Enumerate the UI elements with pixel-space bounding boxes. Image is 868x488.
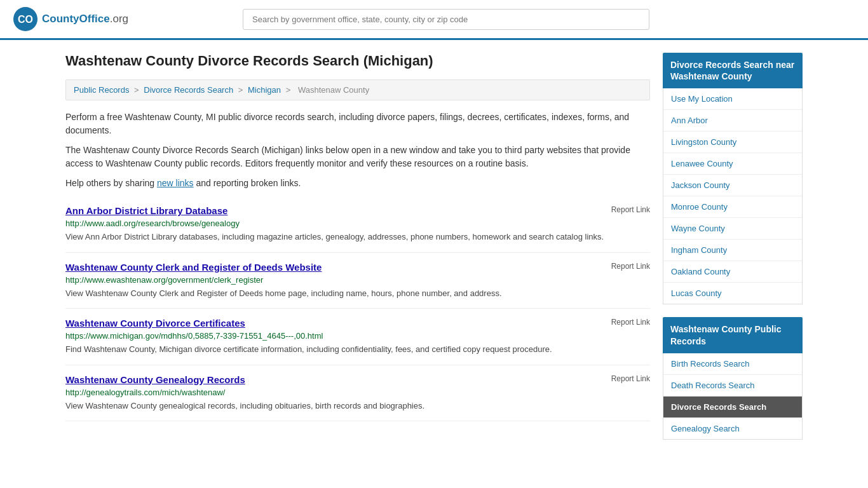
report-link-1[interactable]: Report Link: [611, 262, 650, 271]
sidebar-pr-death-records[interactable]: Death Records Search: [663, 375, 802, 396]
sidebar-nearby-livingston-county[interactable]: Livingston County: [663, 132, 802, 153]
sidebar-nearby-oakland-county[interactable]: Oakland County: [663, 261, 802, 283]
record-title-2[interactable]: Washtenaw County Divorce Certificates: [65, 318, 245, 329]
desc-p1: Perform a free Washtenaw County, MI publ…: [65, 111, 650, 137]
record-desc-2: Find Washtenaw County, Michigan divorce …: [65, 343, 650, 356]
record-entry: Washtenaw County Genealogy Records Repor…: [65, 365, 650, 422]
record-desc-1: View Washtenaw County Clerk and Register…: [65, 287, 650, 300]
sidebar-nearby-lucas-county[interactable]: Lucas County: [663, 283, 802, 304]
record-entry: Washtenaw County Divorce Certificates Re…: [65, 309, 650, 365]
logo-icon: CO: [13, 6, 38, 32]
sidebar-nearby-ingham-county[interactable]: Ingham County: [663, 240, 802, 261]
breadcrumb-public-records[interactable]: Public Records: [74, 85, 129, 95]
record-entry: Washtenaw County Clerk and Register of D…: [65, 253, 650, 309]
record-title-1[interactable]: Washtenaw County Clerk and Register of D…: [65, 262, 322, 273]
report-link-3[interactable]: Report Link: [611, 374, 650, 383]
record-entry: Ann Arbor District Library Database Repo…: [65, 196, 650, 253]
report-link-2[interactable]: Report Link: [611, 318, 650, 327]
public-records-header: Washtenaw County Public Records: [663, 317, 803, 353]
sidebar: Divorce Records Search near Washtenaw Co…: [663, 53, 803, 452]
public-records-section: Washtenaw County Public Records Birth Re…: [663, 317, 803, 439]
main-container: Washtenaw County Divorce Records Search …: [53, 40, 815, 465]
sidebar-pr-divorce-records[interactable]: Divorce Records Search: [663, 396, 802, 418]
sidebar-nearby-jackson-county[interactable]: Jackson County: [663, 175, 802, 196]
record-desc-0: View Ann Arbor District Library database…: [65, 231, 650, 243]
report-link-0[interactable]: Report Link: [611, 205, 650, 214]
breadcrumb-michigan[interactable]: Michigan: [248, 85, 281, 95]
breadcrumb: Public Records > Divorce Records Search …: [65, 79, 650, 100]
search-input[interactable]: [243, 9, 649, 30]
desc-p3: Help others by sharing new links and rep…: [65, 177, 650, 190]
sidebar-nearby-ann-arbor[interactable]: Ann Arbor: [663, 110, 802, 132]
record-title-0[interactable]: Ann Arbor District Library Database: [65, 205, 227, 216]
sidebar-pr-genealogy-search[interactable]: Genealogy Search: [663, 418, 802, 439]
record-url-1: http://www.ewashtenaw.org/government/cle…: [65, 275, 650, 285]
content: Washtenaw County Divorce Records Search …: [65, 53, 650, 452]
search-bar: [243, 9, 649, 30]
svg-text:CO: CO: [18, 14, 33, 25]
record-title-3[interactable]: Washtenaw County Genealogy Records: [65, 374, 245, 385]
record-url-2: https://www.michigan.gov/mdhhs/0,5885,7-…: [65, 331, 650, 341]
page-title: Washtenaw County Divorce Records Search …: [65, 53, 650, 69]
nearby-list: Use My LocationAnn ArborLivingston Count…: [663, 88, 803, 304]
nearby-section: Divorce Records Search near Washtenaw Co…: [663, 53, 803, 304]
breadcrumb-divorce-records[interactable]: Divorce Records Search: [144, 85, 233, 95]
sidebar-nearby-lenawee-county[interactable]: Lenawee County: [663, 153, 802, 175]
record-url-0: http://www.aadl.org/research/browse/gene…: [65, 219, 650, 228]
sidebar-nearby-use-location[interactable]: Use My Location: [663, 88, 802, 110]
record-desc-3: View Washtenaw County genealogical recor…: [65, 400, 650, 412]
record-url-3: http://genealogytrails.com/mich/washtena…: [65, 388, 650, 397]
nearby-header: Divorce Records Search near Washtenaw Co…: [663, 53, 803, 88]
sidebar-nearby-wayne-county[interactable]: Wayne County: [663, 218, 802, 240]
desc-p2: The Washtenaw County Divorce Records Sea…: [65, 144, 650, 170]
logo[interactable]: CO CountyOffice.org: [13, 6, 128, 32]
sidebar-pr-birth-records[interactable]: Birth Records Search: [663, 353, 802, 375]
new-links[interactable]: new links: [157, 178, 194, 188]
logo-text: CountyOffice.org: [42, 13, 128, 25]
public-records-list: Birth Records SearchDeath Records Search…: [663, 353, 803, 440]
records-list: Ann Arbor District Library Database Repo…: [65, 196, 650, 421]
description: Perform a free Washtenaw County, MI publ…: [65, 111, 650, 190]
header: CO CountyOffice.org: [0, 0, 868, 40]
sidebar-nearby-monroe-county[interactable]: Monroe County: [663, 196, 802, 218]
breadcrumb-current: Washtenaw County: [298, 85, 369, 95]
